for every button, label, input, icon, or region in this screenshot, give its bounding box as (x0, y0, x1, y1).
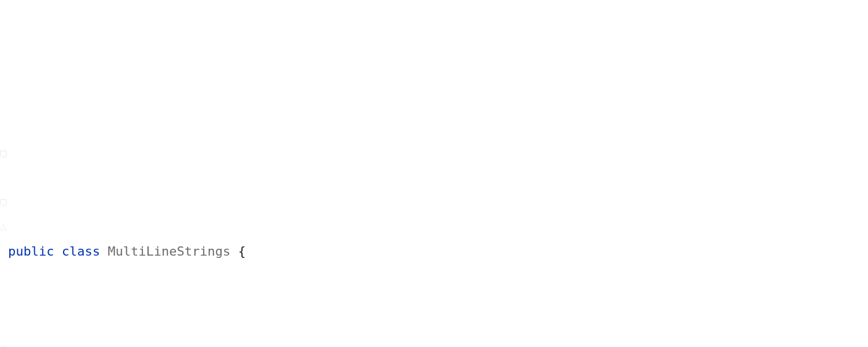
class-name: MultiLineStrings (108, 244, 230, 259)
gutter (0, 69, 8, 215)
keyword: class (62, 244, 100, 259)
hint-icon (0, 175, 7, 183)
fold-icon[interactable] (0, 102, 7, 110)
fold-icon[interactable] (0, 150, 7, 158)
keyword: public (8, 244, 54, 259)
code-editor[interactable]: public class MultiLineStrings { public v… (0, 0, 868, 347)
code-line[interactable]: public class MultiLineStrings { (8, 239, 868, 264)
brace: { (238, 244, 245, 259)
hint-icon (0, 296, 7, 304)
